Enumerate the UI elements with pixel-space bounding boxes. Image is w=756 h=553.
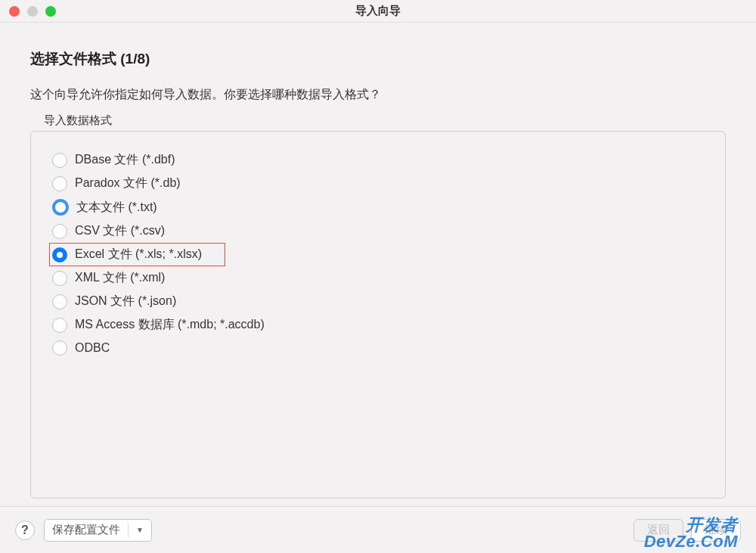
format-option-label: ODBC bbox=[75, 341, 110, 355]
format-option[interactable]: Paradox 文件 (*.db) bbox=[49, 172, 184, 195]
footer: ? 保存配置文件 ▼ 返回 继续 开发者 DevZe.CoM bbox=[0, 506, 756, 553]
help-button[interactable]: ? bbox=[15, 520, 35, 540]
minimize-window-button[interactable] bbox=[27, 6, 38, 17]
radio-icon bbox=[52, 224, 67, 239]
page-heading: 选择文件格式 (1/8) bbox=[30, 49, 726, 69]
format-option[interactable]: XML 文件 (*.xml) bbox=[49, 266, 168, 290]
format-option[interactable]: Excel 文件 (*.xls; *.xlsx) bbox=[49, 243, 225, 266]
format-option-label: 文本文件 (*.txt) bbox=[76, 200, 157, 216]
format-option[interactable]: JSON 文件 (*.json) bbox=[49, 290, 179, 313]
format-option-label: Excel 文件 (*.xls; *.xlsx) bbox=[75, 247, 202, 263]
content-area: 选择文件格式 (1/8) 这个向导允许你指定如何导入数据。你要选择哪种数据导入格… bbox=[0, 23, 756, 506]
format-option[interactable]: MS Access 数据库 (*.mdb; *.accdb) bbox=[49, 313, 268, 337]
format-option[interactable]: CSV 文件 (*.csv) bbox=[49, 219, 168, 243]
format-option-label: XML 文件 (*.xml) bbox=[75, 270, 165, 286]
radio-icon bbox=[52, 271, 67, 286]
format-option-label: Paradox 文件 (*.db) bbox=[75, 176, 181, 191]
format-options-group: DBase 文件 (*.dbf)Paradox 文件 (*.db)文本文件 (*… bbox=[30, 131, 726, 499]
window-title: 导入向导 bbox=[355, 4, 401, 18]
save-config-dropdown[interactable]: 保存配置文件 ▼ bbox=[44, 519, 152, 542]
continue-button[interactable]: 继续 bbox=[691, 519, 741, 542]
back-button[interactable]: 返回 bbox=[634, 519, 683, 542]
format-option-label: JSON 文件 (*.json) bbox=[75, 294, 176, 309]
format-option[interactable]: 文本文件 (*.txt) bbox=[49, 195, 160, 219]
chevron-down-icon: ▼ bbox=[136, 526, 144, 534]
maximize-window-button[interactable] bbox=[45, 6, 56, 17]
radio-icon bbox=[52, 176, 67, 191]
divider bbox=[128, 523, 129, 538]
format-option-label: DBase 文件 (*.dbf) bbox=[75, 152, 175, 168]
radio-icon bbox=[52, 340, 67, 356]
group-label: 导入数据格式 bbox=[44, 113, 726, 128]
radio-icon bbox=[52, 318, 67, 333]
close-window-button[interactable] bbox=[9, 6, 20, 17]
format-option-label: MS Access 数据库 (*.mdb; *.accdb) bbox=[75, 317, 265, 333]
footer-nav: 返回 继续 bbox=[634, 519, 741, 542]
radio-icon bbox=[52, 247, 67, 263]
format-option[interactable]: DBase 文件 (*.dbf) bbox=[49, 148, 178, 172]
format-option-label: CSV 文件 (*.csv) bbox=[75, 223, 165, 239]
format-option[interactable]: ODBC bbox=[49, 337, 113, 359]
traffic-lights bbox=[9, 6, 56, 17]
page-description: 这个向导允许你指定如何导入数据。你要选择哪种数据导入格式？ bbox=[30, 87, 726, 103]
titlebar: 导入向导 bbox=[0, 0, 756, 23]
radio-icon bbox=[52, 294, 67, 309]
radio-icon bbox=[52, 199, 69, 216]
radio-icon bbox=[52, 153, 67, 168]
save-config-label: 保存配置文件 bbox=[52, 523, 120, 537]
